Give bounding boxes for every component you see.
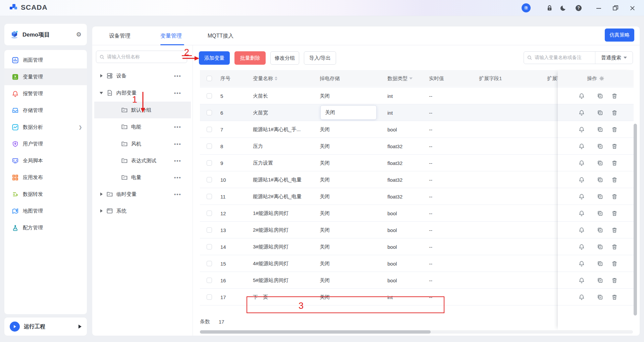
alarm-bell-icon[interactable] [579,126,585,132]
cell-name[interactable]: 4#能源站房间灯 [253,255,289,272]
cell-name[interactable]: 能源站1#离心机_电量 [253,171,302,188]
cell-name[interactable]: 火苗长 [253,88,268,104]
row-checkbox[interactable] [207,294,212,300]
cell-storage[interactable]: 关闭 [320,272,330,289]
modify-group-button[interactable]: 修改分组 [270,51,299,65]
caret-down-icon[interactable] [99,92,103,94]
copy-icon[interactable] [597,244,603,250]
node-more-menu-icon[interactable]: ••• [174,158,181,164]
cell-storage[interactable]: 关闭 [320,88,330,104]
cell-storage[interactable]: 关闭 [320,121,330,138]
alarm-bell-icon[interactable] [579,277,585,283]
delete-trash-icon[interactable] [611,210,618,216]
sidebar-item-7[interactable]: 全局脚本 [4,152,87,169]
maximize-restore-button[interactable] [611,4,620,12]
lock-icon[interactable] [545,4,554,12]
caret-right-icon[interactable] [99,192,103,196]
node-more-menu-icon[interactable]: ••• [174,90,181,96]
sidebar-item-8[interactable]: 应用发布 [4,169,87,186]
delete-trash-icon[interactable] [611,227,618,233]
cell-storage[interactable]: 关闭 [320,238,330,255]
alarm-bell-icon[interactable] [579,294,585,300]
copy-icon[interactable] [597,93,603,99]
tab-variable-management[interactable]: 变量管理 [160,26,182,45]
column-settings-gear-icon[interactable] [599,76,604,81]
cell-storage[interactable]: 关闭 [320,188,330,205]
caret-right-icon[interactable] [99,74,103,77]
tree-node-2[interactable]: 内部变量••• [94,84,191,101]
delete-trash-icon[interactable] [611,160,618,166]
delete-trash-icon[interactable] [611,110,618,116]
project-settings-gear-icon[interactable]: ⚙ [76,31,82,38]
sort-icon[interactable] [275,76,277,80]
copy-icon[interactable] [597,261,603,267]
wechat-icon[interactable]: 微 [522,3,531,12]
add-variable-button[interactable]: 添加变量 [199,51,230,65]
tree-node-3[interactable]: 默认分组 [94,102,191,118]
node-more-menu-icon[interactable]: ••• [174,124,181,130]
cell-type[interactable]: float32 [387,188,402,205]
cell-type[interactable]: int [387,88,393,104]
vertical-scrollbar-thumb[interactable] [634,124,637,316]
row-checkbox[interactable] [207,261,212,266]
copy-icon[interactable] [597,277,603,283]
cell-type[interactable]: bool [387,121,397,138]
delete-trash-icon[interactable] [611,126,618,132]
minimize-button[interactable] [594,4,603,12]
cell-type[interactable]: bool [387,255,397,272]
batch-delete-button[interactable]: 批量删除 [234,51,266,65]
tab-device-management[interactable]: 设备管理 [109,26,130,45]
sidebar-item-9[interactable]: 数据转发 [4,186,87,203]
alarm-bell-icon[interactable] [579,244,585,250]
run-project-card[interactable]: 运行工程 [4,317,87,336]
alarm-bell-icon[interactable] [579,110,585,116]
run-expand-arrow-icon[interactable] [78,325,82,329]
tree-node-5[interactable]: 风机••• [94,135,191,152]
row-checkbox[interactable] [207,211,212,216]
cell-type[interactable]: bool [387,222,397,238]
cell-name[interactable]: 1#能源站房间灯 [253,205,289,222]
cell-type[interactable]: bool [387,205,397,222]
row-checkbox[interactable] [207,278,212,283]
row-checkbox[interactable] [207,160,212,166]
copy-icon[interactable] [597,143,603,149]
copy-icon[interactable] [597,193,603,199]
cell-name[interactable]: 能源站2#离心机_电量 [253,188,302,205]
sidebar-item-6[interactable]: 用户管理 [4,135,87,152]
sidebar-item-3[interactable]: 报警管理 [4,85,87,102]
alarm-bell-icon[interactable] [579,93,585,99]
alarm-bell-icon[interactable] [579,143,585,149]
row-checkbox[interactable] [207,144,212,149]
cell-type[interactable]: float32 [387,155,402,171]
dark-mode-moon-icon[interactable] [559,4,568,12]
import-export-button[interactable]: 导入/导出 [304,51,336,65]
filter-icon[interactable] [409,77,413,79]
cell-storage[interactable]: 关闭 [320,138,330,155]
variable-search-input[interactable]: 请输入变量名称或备注 [524,52,595,64]
copy-icon[interactable] [597,294,603,300]
alarm-bell-icon[interactable] [579,160,585,166]
tree-node-1[interactable]: 设备••• [94,67,191,84]
tree-node-7[interactable]: 电量••• [94,169,191,186]
tree-node-4[interactable]: 电能••• [94,118,191,135]
delete-trash-icon[interactable] [611,277,618,283]
row-checkbox[interactable] [207,93,212,99]
alarm-bell-icon[interactable] [579,261,585,267]
copy-icon[interactable] [597,110,603,116]
sidebar-item-10[interactable]: 地图管理 [4,203,87,219]
row-checkbox[interactable] [207,244,212,249]
alarm-bell-icon[interactable] [579,210,585,216]
help-icon[interactable]: ? [574,4,583,12]
cell-storage[interactable]: 关闭 [320,255,330,272]
cell-name[interactable]: 压力 [253,138,263,155]
cell-storage[interactable]: 关闭 [320,171,330,188]
copy-icon[interactable] [597,126,603,132]
tree-node-6[interactable]: 表达式测试••• [94,152,191,169]
row-checkbox[interactable] [207,110,212,115]
cell-name[interactable]: 5#能源站房间灯 [253,272,289,289]
copy-icon[interactable] [597,160,603,166]
cell-type[interactable]: bool [387,272,397,289]
delete-trash-icon[interactable] [611,143,618,149]
cell-name[interactable]: 下一页 [253,289,268,305]
cell-name[interactable]: 压力设置 [253,155,273,171]
